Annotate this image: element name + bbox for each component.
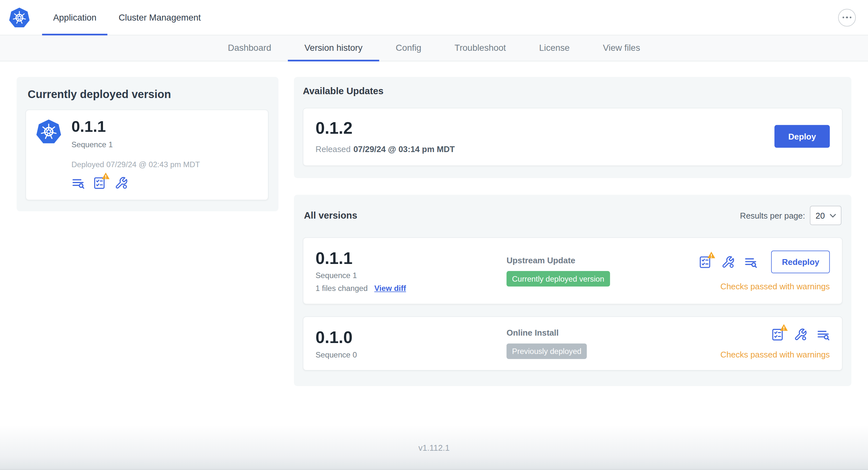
ellipsis-icon (842, 16, 851, 18)
subnav-config[interactable]: Config (379, 35, 438, 61)
warning-triangle-icon (780, 324, 787, 331)
row-sequence: Sequence 0 (316, 350, 507, 359)
status-badge: Previously deployed (506, 344, 587, 359)
results-per-page-label: Results per page: (740, 211, 805, 220)
deployed-timestamp: Deployed 07/29/24 @ 02:43 pm MDT (71, 160, 200, 169)
status-badge: Currently deployed version (506, 271, 610, 286)
preflight-checks-icon[interactable] (771, 328, 784, 341)
preflight-checks-icon[interactable] (699, 255, 712, 268)
version-row-right: Checks passed with warnings (720, 328, 830, 359)
row-actions: Redeploy (699, 250, 830, 273)
warning-triangle-icon (102, 173, 110, 179)
deployed-version-card: 0.1.1 Sequence 1 Deployed 07/29/24 @ 02:… (25, 110, 268, 200)
all-versions-header: All versions Results per page: 20 (303, 203, 843, 225)
subnav-dashboard[interactable]: Dashboard (211, 35, 288, 61)
tab-application[interactable]: Application (42, 0, 108, 35)
deployed-version-info: 0.1.1 Sequence 1 Deployed 07/29/24 @ 02:… (71, 118, 200, 190)
main-content: Currently deployed version 0.1.1 Sequenc… (0, 61, 868, 425)
subnav-license-label: License (539, 43, 570, 53)
warning-triangle-icon (708, 251, 715, 258)
edit-config-icon[interactable] (722, 255, 735, 268)
row-version-number: 0.1.0 (316, 328, 507, 347)
app-logo (7, 0, 42, 35)
row-sequence: Sequence 1 (316, 271, 507, 280)
release-notes-icon[interactable] (816, 328, 830, 341)
edit-config-icon[interactable] (115, 176, 128, 190)
all-versions-panel: All versions Results per page: 20 0.1.1 … (294, 195, 851, 386)
update-version-number: 0.1.2 (316, 119, 455, 138)
admin-console: Application Cluster Management Dashboard… (0, 0, 868, 470)
footer: v1.112.1 (0, 425, 868, 470)
version-row-middle: Online Install Previously deployed (506, 328, 720, 359)
available-updates-title: Available Updates (303, 86, 843, 97)
version-row-left: 0.1.0 Sequence 0 (316, 328, 507, 359)
kubernetes-logo-icon (36, 119, 61, 144)
edit-config-icon[interactable] (794, 328, 807, 341)
row-version-number: 0.1.1 (316, 249, 507, 268)
right-column: Available Updates 0.1.2 Released07/29/24… (294, 77, 851, 386)
subnav-view-files-label: View files (603, 43, 640, 53)
version-row: 0.1.1 Sequence 1 1 files changed View di… (303, 237, 843, 304)
release-notes-icon[interactable] (744, 255, 757, 268)
version-row-left: 0.1.1 Sequence 1 1 files changed View di… (316, 249, 507, 293)
deploy-button[interactable]: Deploy (774, 125, 830, 148)
version-row-right: Redeploy Checks passed with warnings (699, 250, 830, 291)
tab-cluster-management-label: Cluster Management (119, 12, 201, 23)
deployed-actions (71, 176, 200, 190)
update-released-line: Released07/29/24 @ 03:14 pm MDT (316, 144, 455, 154)
results-per-page: Results per page: 20 (740, 206, 841, 225)
currently-deployed-panel: Currently deployed version 0.1.1 Sequenc… (17, 77, 279, 211)
released-label: Released (316, 144, 351, 154)
available-updates-panel: Available Updates 0.1.2 Released07/29/24… (294, 77, 851, 178)
update-info: 0.1.2 Released07/29/24 @ 03:14 pm MDT (316, 119, 455, 154)
tab-application-label: Application (53, 12, 96, 23)
currently-deployed-title: Currently deployed version (28, 88, 268, 101)
console-version: v1.112.1 (418, 443, 450, 452)
deployed-sequence: Sequence 1 (71, 140, 200, 149)
row-source-label: Upstream Update (506, 255, 699, 265)
row-files-line: 1 files changed View diff (316, 284, 507, 293)
files-changed-label: 1 files changed (316, 284, 368, 293)
deployed-version-number: 0.1.1 (71, 118, 200, 136)
subnav-config-label: Config (396, 43, 422, 53)
subnav-troubleshoot[interactable]: Troubleshoot (438, 35, 523, 61)
update-card: 0.1.2 Released07/29/24 @ 03:14 pm MDT De… (303, 108, 843, 166)
top-navbar: Application Cluster Management (0, 0, 868, 35)
subnav-version-history[interactable]: Version history (288, 35, 379, 61)
release-notes-icon[interactable] (71, 176, 85, 190)
row-source-label: Online Install (506, 328, 720, 337)
row-actions (720, 328, 830, 341)
kubernetes-logo-icon (9, 7, 30, 28)
subnav-view-files[interactable]: View files (586, 35, 657, 61)
redeploy-button[interactable]: Redeploy (772, 250, 830, 273)
preflight-status-text: Checks passed with warnings (699, 281, 830, 291)
results-per-page-select[interactable]: 20 (810, 206, 842, 225)
subnav-dashboard-label: Dashboard (228, 43, 271, 53)
view-diff-link[interactable]: View diff (374, 284, 406, 293)
subnav-license[interactable]: License (523, 35, 586, 61)
version-row: 0.1.0 Sequence 0 Online Install Previous… (303, 316, 843, 371)
app-subnav: Dashboard Version history Config Trouble… (0, 35, 868, 61)
subnav-troubleshoot-label: Troubleshoot (455, 43, 506, 53)
preflight-status-text: Checks passed with warnings (720, 349, 830, 359)
results-per-page-value: 20 (815, 211, 825, 220)
preflight-checks-icon[interactable] (93, 176, 106, 190)
tab-cluster-management[interactable]: Cluster Management (107, 0, 212, 35)
more-menu-button[interactable] (838, 9, 856, 26)
chevron-down-icon (830, 213, 836, 217)
released-date: 07/29/24 @ 03:14 pm MDT (353, 144, 455, 154)
version-row-middle: Upstream Update Currently deployed versi… (506, 255, 699, 286)
all-versions-title: All versions (304, 210, 358, 221)
subnav-version-history-label: Version history (304, 43, 363, 53)
